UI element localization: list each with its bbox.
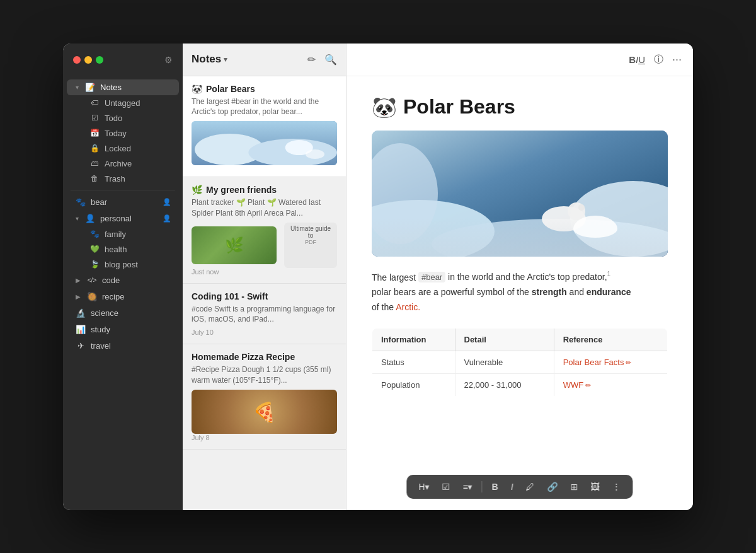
blog-icon: 🍃 [89,260,100,269]
content-bold-2: endurance [587,287,631,297]
sidebar-item-science[interactable]: 🔬 science [67,305,179,321]
study-icon: 📊 [76,325,86,334]
note-card-polar-bears[interactable]: 🐼 Polar Bears The largest #bear in the w… [183,76,346,178]
sidebar-item-label: Notes [100,83,122,92]
sidebar-divider [71,190,175,190]
pdf-type: PDF [305,239,316,245]
search-notes-button[interactable]: 🔍 [324,54,337,66]
toolbar-list-button[interactable]: ≡▾ [459,480,475,494]
note-card-preview: Plant tracker 🌱 Plant 🌱 Watered last Spi… [192,197,337,219]
content-paragraph-4: of the Arctic. [372,302,420,312]
sidebar-item-archive[interactable]: 🗃 Archive [67,156,179,171]
note-card-title: Homemade Pizza Recipe [192,352,337,362]
note-card-date: July 10 [192,329,337,336]
code-icon: </> [87,277,97,284]
maximize-button[interactable] [96,56,103,64]
sidebar-item-locked[interactable]: 🔒 Locked [67,141,179,156]
family-icon: 🐾 [89,230,100,238]
sidebar-item-travel[interactable]: ✈ travel [67,338,179,354]
sidebar-item-label: science [91,308,118,318]
sidebar-item-personal[interactable]: ▾ 👤 personal 👤 [67,211,179,226]
more-button[interactable]: ⋯ [672,54,682,65]
sidebar-item-blog-post[interactable]: 🍃 blog post [67,257,179,272]
note-title-text: Homemade Pizza Recipe [192,352,295,362]
content-text: The largest #bear in the world and the A… [372,269,668,315]
note-card-image [192,121,337,165]
sidebar-controls-icon[interactable]: ⚙ [164,55,173,65]
sidebar-item-label: personal [100,214,132,223]
sidebar-item-todo[interactable]: ☑ Todo [67,111,179,125]
travel-icon: ✈ [76,341,86,351]
new-note-button[interactable]: ✏ [307,54,316,66]
sidebar-item-label: blog post [105,260,138,269]
note-card-title: Coding 101 - Swift [192,291,337,301]
table-cell-ref: Polar Bear Facts✏ [554,351,667,373]
content-paragraph-3: polar bears are a powerful symbol of the… [372,287,631,297]
science-icon: 🔬 [76,308,86,318]
sidebar-item-label: Trash [105,174,125,183]
info-button[interactable]: ⓘ [654,54,663,66]
toolbar-link-button[interactable]: 🔗 [544,480,561,494]
content-title: 🐼 Polar Bears [372,95,668,119]
note-title-text: My green friends [206,185,277,195]
notes-chevron: ▾ [76,84,79,91]
sidebar: ⚙ ▾ 📝 Notes 🏷 Untagged ☑ Todo 📅 Today [63,44,183,510]
toolbar-checkbox-button[interactable]: ☑ [438,480,453,494]
table-row: Population 22,000 - 31,000 WWF✏ [372,373,668,396]
sidebar-item-notes[interactable]: ▾ 📝 Notes [67,79,179,95]
table-header-information: Information [372,328,455,351]
toolbar-table-button[interactable]: ⊞ [568,480,581,494]
untagged-icon: 🏷 [89,98,100,107]
sidebar-item-label: Archive [105,159,132,168]
toolbar-italic-button[interactable]: I [508,480,517,494]
sidebar-item-study[interactable]: 📊 study [67,322,179,337]
polar-bear-image-placeholder [192,121,337,165]
note-card-coding[interactable]: Coding 101 - Swift #code Swift is a prog… [183,284,346,345]
wwf-link[interactable]: WWF [563,380,583,390]
polar-bear-facts-link[interactable]: Polar Bear Facts [563,358,624,367]
note-card-row: Ultimate guide to PDF [192,223,337,268]
sidebar-item-health[interactable]: 💚 health [67,242,179,257]
recipe-icon: 🥘 [87,292,97,301]
svg-point-11 [578,204,585,211]
toolbar-more-button[interactable]: ⋮ [609,480,624,494]
content-link-arctic[interactable]: Arctic. [396,302,420,312]
toolbar-bold-button[interactable]: B [489,480,501,494]
table-cell-info: Status [372,351,455,373]
table-cell-detail: 22,000 - 31,000 [455,373,554,396]
sidebar-item-recipe[interactable]: ▶ 🥘 recipe [67,289,179,305]
sidebar-item-trash[interactable]: 🗑 Trash [67,172,179,186]
notes-icon: 📝 [85,83,95,92]
note-card-preview: #Recipe Pizza Dough 1 1/2 cups (355 ml) … [192,364,337,386]
close-button[interactable] [73,56,81,64]
note-card-preview: #code Swift is a programming language fo… [192,304,337,325]
sidebar-item-untagged[interactable]: 🏷 Untagged [67,96,179,110]
sidebar-item-label: study [91,325,110,334]
locked-icon: 🔒 [89,144,100,153]
content-paragraph-1: The largest [372,272,418,282]
note-card-pizza[interactable]: Homemade Pizza Recipe #Recipe Pizza Doug… [183,344,346,450]
toolbar-heading-button[interactable]: H▾ [415,480,432,494]
note-title-text: Polar Bears [206,84,255,94]
content-main: 🐼 Polar Bears [346,76,693,510]
note-card-title: 🐼 Polar Bears [192,84,337,94]
sidebar-item-today[interactable]: 📅 Today [67,126,179,141]
edit-icon: ✏ [585,381,591,389]
sidebar-item-bear[interactable]: 🐾 bear 👤 [67,194,179,210]
minimize-button[interactable] [84,56,92,64]
content-bear-image [372,131,668,257]
app-window: ⚙ ▾ 📝 Notes 🏷 Untagged ☑ Todo 📅 Today [63,44,693,510]
biu-button[interactable]: BIU [629,54,645,65]
content-table: Information Detail Reference Status Vuln… [372,328,668,397]
note-card-green-friends[interactable]: 🌿 My green friends Plant tracker 🌱 Plant… [183,177,346,284]
content-hashtag: #bear [418,272,445,282]
toolbar-image-button[interactable]: 🖼 [588,480,603,494]
bear-icon: 🐾 [76,197,86,207]
toolbar-highlight-button[interactable]: 🖊 [523,480,538,494]
sidebar-item-family[interactable]: 🐾 family [67,227,179,242]
table-cell-ref: WWF✏ [554,373,667,396]
sidebar-item-code[interactable]: ▶ </> code [67,272,179,288]
table-row: Status Vulnerable Polar Bear Facts✏ [372,351,668,373]
notes-list-title-text: Notes [192,53,221,66]
notes-list-header: Notes ▾ ✏ 🔍 [183,44,346,76]
